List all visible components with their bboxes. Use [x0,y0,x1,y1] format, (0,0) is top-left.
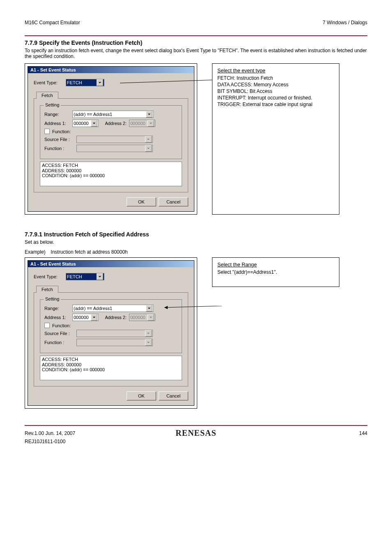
event-type-label: Event Type: [34,80,63,85]
range-combo[interactable]: (addr) == Address1 [72,111,154,118]
status-box: ACCESS: FETCH ADDRESS: 000000 CONDITION:… [40,356,182,380]
range-label: Range: [44,112,70,117]
address2-input: 000000 [129,314,155,321]
callout1-line: FETCH: Instruction Fetch [217,75,334,81]
dialog-title: A1 - Set Event Status [28,67,194,73]
dialog-title: A1 - Set Event Status [28,261,194,267]
tab-panel: Setting Range: (addr) == Address1 [34,98,188,192]
screenshot-frame-2: A1 - Set Event Status Event Type: FETCH … [25,257,197,409]
chevron-down-icon [148,120,154,127]
callout2-title: Select the Range [217,262,334,268]
event-type-value: FETCH [67,80,82,85]
function-checkbox[interactable] [44,129,50,134]
callout1-line: INTERRUPT: Interrupt occurred or finishe… [217,95,334,101]
function-combo [76,339,153,346]
footer-code: REJ10J1611-0100 [25,439,367,444]
address2-value: 000000 [130,121,145,126]
sourcefile-combo [76,330,153,337]
address1-value: 000000 [74,121,89,126]
ok-button[interactable]: OK [127,391,156,400]
range-value: (addr) == Address1 [74,306,112,311]
chevron-down-icon[interactable] [91,120,97,127]
chevron-down-icon[interactable] [91,314,97,321]
chevron-down-icon [145,145,152,152]
address1-label: Address 1: [44,315,70,320]
callout-1: Select the event type FETCH: Instruction… [212,63,339,215]
sourcefile-label: Source File : [44,137,74,142]
function-chk-label: Function: [52,323,71,328]
status-line-3: CONDITION: (addr) == 000000 [42,173,180,178]
chevron-down-icon [148,314,154,321]
tab-panel: Setting Range: (addr) == Address1 [34,292,188,386]
address1-value: 000000 [74,315,89,320]
status-box: ACCESS: FETCH ADDRESS: 000000 CONDITION:… [40,162,182,186]
setting-group-title: Setting [44,296,61,301]
footer-rev: Rev.1.00 Jun. 14, 2007 [25,430,75,436]
dialog-2: A1 - Set Event Status Event Type: FETCH … [28,260,194,406]
address2-label: Address 2: [101,121,127,126]
callout1-line: DATA ACCESS: Memory Access [217,82,334,88]
chevron-down-icon[interactable] [146,305,152,312]
header-rule [25,35,367,36]
function-chk-label: Function: [52,129,71,134]
range-label: Range: [44,306,70,311]
status-line-1: ACCESS: FETCH [42,357,180,362]
cancel-button[interactable]: Cancel [159,197,188,206]
function-combo [76,145,153,152]
example-label: Example) [25,249,49,255]
sourcefile-label: Source File : [44,331,74,336]
address1-input[interactable]: 000000 [72,120,99,127]
section2-sub: Set as below. [25,239,367,245]
event-type-combo[interactable]: FETCH [66,273,104,280]
status-line-2: ADDRESS: 000000 [42,168,180,173]
renesas-logo: RENESAS [175,428,216,438]
address1-label: Address 1: [44,121,70,126]
callout1-line: TRIGGER: External trace cable input sign… [217,102,334,107]
setting-group: Setting Range: (addr) == Address1 [40,105,182,159]
screenshot-frame-1: A1 - Set Event Status Event Type: FETCH … [25,63,197,215]
range-combo[interactable]: (addr) == Address1 [72,305,154,312]
address2-value: 000000 [130,315,145,320]
callout1-title: Select the event type [217,68,334,74]
chevron-down-icon[interactable] [146,111,152,118]
callout1-line: BIT SYMBOL: Bit Access [217,88,334,94]
function-checkbox[interactable] [44,323,50,328]
address2-label: Address 2: [101,315,127,320]
section1-heading: 7.7.9 Specify the Events (Instruction Fe… [25,39,367,46]
event-type-value: FETCH [67,274,82,279]
tab-fetch[interactable]: Fetch [36,286,58,293]
section1-sub: To specify an instruction fetch event, c… [25,48,367,59]
status-line-3: CONDITION: (addr) == 000000 [42,367,180,372]
footer-page: 144 [359,430,367,436]
address2-input: 000000 [129,120,155,127]
example-text: Instruction fetch at address 80000h [51,249,127,255]
chevron-down-icon[interactable] [97,273,103,280]
chevron-down-icon [145,330,152,337]
function-label: Function : [44,146,74,151]
setting-group: Setting Range: (addr) == Address1 [40,299,182,353]
callout2-line: Select "(addr)==Address1". [217,269,334,275]
status-line-1: ACCESS: FETCH [42,163,180,168]
sourcefile-combo [76,136,153,143]
address1-input[interactable]: 000000 [72,314,99,321]
footer: Rev.1.00 Jun. 14, 2007 RENESAS 144 [25,426,367,439]
chevron-down-icon[interactable] [97,79,103,86]
function-label: Function : [44,340,74,345]
range-value: (addr) == Address1 [74,112,112,117]
setting-group-title: Setting [44,102,61,107]
callout-2: Select the Range Select "(addr)==Address… [212,257,339,287]
cancel-button[interactable]: Cancel [159,391,188,400]
ok-button[interactable]: OK [127,197,156,206]
event-type-label: Event Type: [34,274,63,279]
chevron-down-icon [145,136,152,143]
header-right: 7 Windows / Dialogs [323,20,367,25]
dialog-1: A1 - Set Event Status Event Type: FETCH … [28,66,194,212]
tab-fetch[interactable]: Fetch [36,92,58,99]
header-left: M16C Compact Emulator [25,20,80,25]
chevron-down-icon [145,339,152,346]
event-type-combo[interactable]: FETCH [66,79,104,86]
section2-heading: 7.7.9.1 Instruction Fetch of Specified A… [25,231,367,238]
status-line-2: ADDRESS: 000000 [42,362,180,368]
